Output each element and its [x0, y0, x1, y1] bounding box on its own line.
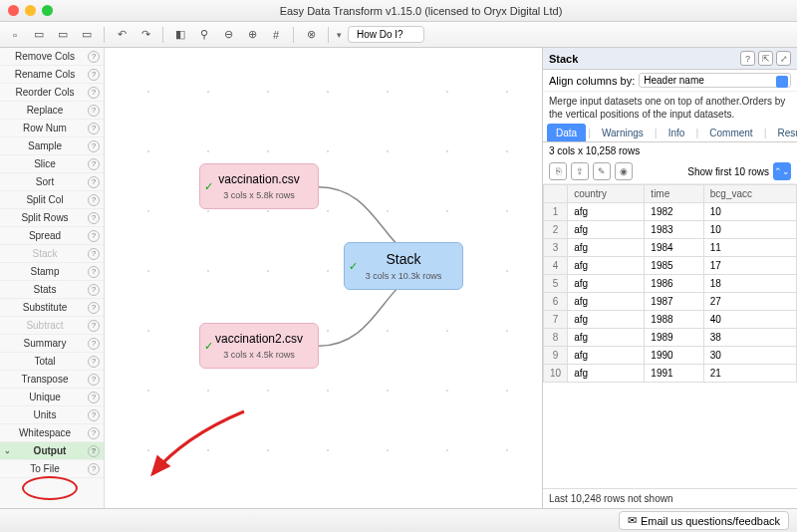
- how-do-i-dropdown[interactable]: How Do I?: [348, 26, 424, 43]
- select-icon[interactable]: ◧: [171, 26, 189, 44]
- help-icon[interactable]: ?: [88, 284, 100, 296]
- open-folder-icon[interactable]: ▭: [30, 26, 48, 44]
- panel-description: Merge input datasets one on top of anoth…: [543, 92, 797, 124]
- save-as-icon[interactable]: ▭: [78, 26, 96, 44]
- email-feedback-button[interactable]: ✉ Email us questions/feedback: [619, 511, 789, 530]
- col-header[interactable]: bcg_vacc: [703, 185, 796, 203]
- node-stack[interactable]: ✓ Stack 3 cols x 10.3k rows: [344, 242, 463, 290]
- sidebar-item-split-col[interactable]: Split Col?: [0, 191, 104, 209]
- sidebar-output-header[interactable]: ⌄Output?: [0, 442, 104, 460]
- expand-icon[interactable]: ⤢: [776, 51, 791, 66]
- sidebar-item-reorder-cols[interactable]: Reorder Cols?: [0, 84, 104, 102]
- table-row[interactable]: 4afg198517: [544, 257, 797, 275]
- node-vaccination-csv[interactable]: ✓ vaccination.csv 3 cols x 5.8k rows: [199, 163, 319, 209]
- help-icon[interactable]: ?: [88, 463, 100, 475]
- tab-info[interactable]: Info: [660, 124, 694, 141]
- statusbar: ✉ Email us questions/feedback: [0, 508, 797, 532]
- grid-icon[interactable]: #: [267, 26, 285, 44]
- help-icon[interactable]: ?: [740, 51, 755, 66]
- sidebar-item-remove-cols[interactable]: Remove Cols?: [0, 48, 104, 66]
- sidebar-item-units[interactable]: Units?: [0, 406, 104, 424]
- help-icon[interactable]: ?: [88, 123, 100, 134]
- help-icon[interactable]: ?: [88, 445, 100, 457]
- table-row[interactable]: 5afg198618: [544, 275, 797, 293]
- help-icon[interactable]: ?: [88, 356, 100, 368]
- close-window-icon[interactable]: [8, 5, 19, 16]
- table-row[interactable]: 10afg199121: [544, 365, 797, 383]
- redo-icon[interactable]: ↷: [136, 26, 154, 44]
- canvas[interactable]: ✓ vaccination.csv 3 cols x 5.8k rows ✓ v…: [105, 48, 542, 508]
- rows-dropdown[interactable]: ⌃⌄: [773, 162, 791, 180]
- align-columns-select[interactable]: Header name: [639, 73, 791, 88]
- help-icon[interactable]: ?: [88, 69, 100, 81]
- help-icon[interactable]: ?: [88, 427, 100, 439]
- copy-icon[interactable]: ⎘: [549, 162, 567, 180]
- zoom-out-icon[interactable]: ⊖: [219, 26, 237, 44]
- save-icon[interactable]: ▭: [54, 26, 72, 44]
- sidebar-item-slice[interactable]: Slice?: [0, 155, 104, 173]
- help-icon[interactable]: ?: [88, 409, 100, 421]
- col-header[interactable]: time: [645, 185, 703, 203]
- sidebar-item-whitespace[interactable]: Whitespace?: [0, 424, 104, 442]
- help-icon[interactable]: ?: [88, 51, 100, 63]
- help-icon[interactable]: ?: [88, 338, 100, 350]
- sidebar-item-substitute[interactable]: Substitute?: [0, 299, 104, 317]
- sidebar-item-split-rows[interactable]: Split Rows?: [0, 209, 104, 227]
- new-file-icon[interactable]: ▫: [6, 26, 24, 44]
- help-icon[interactable]: ?: [88, 230, 100, 242]
- export-icon[interactable]: ⇪: [571, 162, 589, 180]
- sidebar-item-transpose[interactable]: Transpose?: [0, 371, 104, 389]
- sidebar-item-to-file[interactable]: To File?: [0, 460, 104, 478]
- view-icon[interactable]: ◉: [615, 162, 633, 180]
- tab-data[interactable]: Data: [547, 124, 586, 141]
- help-icon[interactable]: ?: [88, 194, 100, 206]
- col-header[interactable]: country: [568, 185, 645, 203]
- table-row[interactable]: 7afg198840: [544, 311, 797, 329]
- help-icon[interactable]: ?: [88, 87, 100, 99]
- sidebar-item-sort[interactable]: Sort?: [0, 173, 104, 191]
- help-icon[interactable]: ?: [88, 140, 100, 152]
- help-icon[interactable]: ?: [88, 212, 100, 224]
- help-icon[interactable]: ?: [88, 176, 100, 188]
- table-row[interactable]: 9afg199030: [544, 347, 797, 365]
- sidebar-item-subtract: Subtract?: [0, 317, 104, 335]
- sidebar-item-spread[interactable]: Spread?: [0, 227, 104, 245]
- help-icon[interactable]: ?: [88, 266, 100, 278]
- table-row[interactable]: 8afg198938: [544, 329, 797, 347]
- sidebar-item-row-num[interactable]: Row Num?: [0, 120, 104, 137]
- zoom-in-icon[interactable]: ⊕: [243, 26, 261, 44]
- table-row[interactable]: 6afg198727: [544, 293, 797, 311]
- sidebar-item-stats[interactable]: Stats?: [0, 281, 104, 299]
- undo-icon[interactable]: ↶: [113, 26, 131, 44]
- table-row[interactable]: 2afg198310: [544, 221, 797, 239]
- minimize-window-icon[interactable]: [25, 5, 36, 16]
- help-icon[interactable]: ?: [88, 105, 100, 117]
- help-icon[interactable]: ?: [88, 392, 100, 403]
- tab-comment[interactable]: Comment: [700, 124, 761, 141]
- help-icon[interactable]: ?: [88, 302, 100, 314]
- sidebar-item-replace[interactable]: Replace?: [0, 102, 104, 120]
- show-first-label: Show first 10 rows: [687, 166, 769, 177]
- help-icon[interactable]: ?: [88, 158, 100, 170]
- node-vaccination2-csv[interactable]: ✓ vaccination2.csv 3 cols x 4.5k rows: [199, 323, 319, 369]
- sidebar-item-stamp[interactable]: Stamp?: [0, 263, 104, 281]
- sidebar-item-summary[interactable]: Summary?: [0, 335, 104, 353]
- sidebar-item-total[interactable]: Total?: [0, 353, 104, 371]
- edit-icon[interactable]: ✎: [593, 162, 611, 180]
- table-row[interactable]: 3afg198411: [544, 239, 797, 257]
- col-header[interactable]: [544, 185, 568, 203]
- cancel-icon[interactable]: ⊗: [302, 26, 320, 44]
- check-icon: ✓: [204, 180, 213, 193]
- zoom-tool-icon[interactable]: ⚲: [195, 26, 213, 44]
- sidebar-item-sample[interactable]: Sample?: [0, 137, 104, 155]
- tab-results[interactable]: Results: [768, 124, 797, 141]
- help-icon[interactable]: ?: [88, 320, 100, 332]
- table-row[interactable]: 1afg198210: [544, 203, 797, 221]
- sidebar-item-rename-cols[interactable]: Rename Cols?: [0, 66, 104, 84]
- tab-warnings[interactable]: Warnings: [593, 124, 653, 141]
- zoom-window-icon[interactable]: [42, 5, 53, 16]
- help-icon[interactable]: ?: [88, 374, 100, 386]
- link-icon[interactable]: ⇱: [758, 51, 773, 66]
- sidebar-item-unique[interactable]: Unique?: [0, 389, 104, 406]
- help-icon[interactable]: ?: [88, 248, 100, 260]
